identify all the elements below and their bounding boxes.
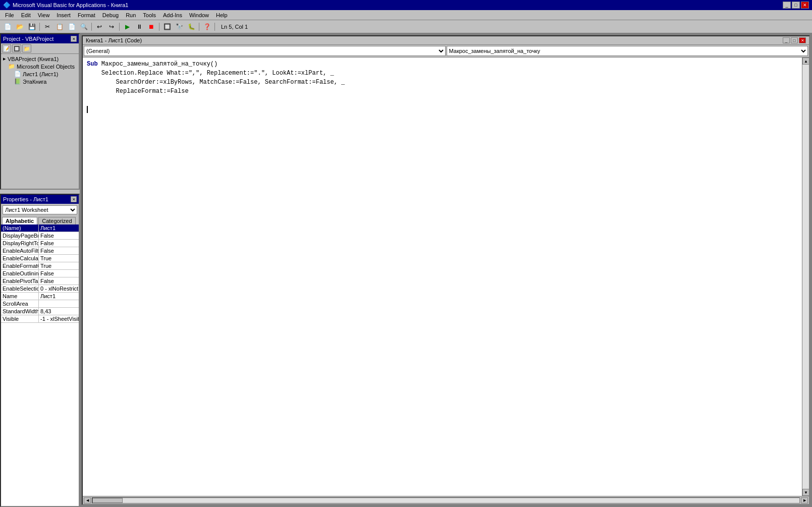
scroll-left-btn[interactable]: ◀ (84, 497, 91, 503)
tree-item-excel-objects[interactable]: 📁 Microsoft Excel Objects (2, 63, 78, 70)
properties-row[interactable]: ScrollArea (1, 300, 79, 308)
properties-row[interactable]: EnablePivotTableFalse (1, 277, 79, 285)
project-view-code-btn[interactable]: 📝 (2, 44, 11, 52)
toolbar-save-btn[interactable]: 💾 (26, 22, 37, 32)
toolbar-userform-btn[interactable]: 🔲 (161, 22, 173, 32)
code-editor[interactable]: Sub Макрос_замены_запятой_на_точку() Sel… (83, 58, 802, 496)
toolbar-copy-btn[interactable]: 📋 (54, 22, 65, 32)
properties-row[interactable]: (Name)Лист1 (1, 224, 79, 232)
toolbar-redo-btn[interactable]: ↪ (106, 22, 117, 32)
toolbar-open-btn[interactable]: 📂 (14, 22, 25, 32)
toolbar-cut-btn[interactable]: ✂ (42, 22, 53, 32)
properties-row[interactable]: EnableFormatConTrue (1, 262, 79, 270)
menu-window[interactable]: Window (186, 12, 212, 19)
main-layout: Project - VBAProject ✕ 📝 🔲 📁 ▸ VBAProjec… (0, 33, 812, 507)
properties-row[interactable]: NameЛист1 (1, 293, 79, 300)
tree-item-label: Лист1 (Лист1) (23, 71, 58, 77)
properties-dropdown-container: Лист1 Worksheet (3, 205, 77, 214)
property-name: (Name) (1, 224, 39, 232)
property-value: False (39, 270, 79, 277)
toolbar-run-btn[interactable]: ▶ (122, 22, 133, 32)
toolbar-help-btn[interactable]: ❓ (201, 22, 212, 32)
properties-object-dropdown[interactable]: Лист1 Worksheet (3, 205, 77, 214)
toolbar-status: Ln 5, Col 1 (221, 24, 248, 30)
menu-help[interactable]: Help (213, 12, 231, 19)
menu-debug[interactable]: Debug (99, 12, 122, 19)
menu-file[interactable]: File (2, 12, 17, 19)
properties-panel-title: Properties - Лист1 (3, 196, 48, 202)
properties-grid: (Name)Лист1DisplayPageBreakFalseDisplayR… (1, 224, 79, 506)
toolbar-stop-btn[interactable]: ⏹ (146, 22, 157, 32)
project-panel-close[interactable]: ✕ (71, 36, 77, 42)
toolbar-sep1 (39, 23, 40, 31)
tree-item-vbaproject[interactable]: ▸ VBAProject (Книга1) (2, 55, 78, 63)
toolbar-undo-btn[interactable]: ↩ (94, 22, 105, 32)
tree-item-list1[interactable]: 📄 Лист1 (Лист1) (2, 70, 78, 78)
menu-format[interactable]: Format (75, 12, 98, 19)
tree-expand-icon: ▸ (3, 55, 6, 62)
title-bar: 🔷 Microsoft Visual Basic for Application… (0, 0, 812, 10)
maximize-button[interactable]: □ (792, 2, 800, 9)
properties-row[interactable]: DisplayRightToLefFalse (1, 240, 79, 247)
toolbar-sep3 (119, 23, 120, 31)
left-panel: Project - VBAProject ✕ 📝 🔲 📁 ▸ VBAProjec… (0, 33, 80, 507)
code-horizontal-scrollbar[interactable] (92, 497, 800, 503)
property-value: False (39, 247, 79, 254)
code-object-dropdown[interactable]: (General) (84, 46, 446, 56)
project-panel-toolbar: 📝 🔲 📁 (1, 43, 79, 54)
tab-alphabetic[interactable]: Alphabetic (2, 217, 37, 224)
code-panel-maximize-btn[interactable]: □ (791, 37, 798, 43)
minimize-button[interactable]: _ (783, 2, 791, 9)
scroll-up-btn[interactable]: ▲ (802, 58, 809, 65)
properties-row[interactable]: EnableOutliningFalse (1, 270, 79, 277)
property-value: False (39, 232, 79, 239)
code-proc-dropdown[interactable]: Макрос_замены_запятой_на_точку (447, 46, 808, 56)
scroll-right-btn[interactable]: ▶ (801, 497, 808, 503)
menu-view[interactable]: View (35, 12, 53, 19)
code-bottom-bar: ◀ ▶ (83, 496, 809, 504)
property-name: EnableCalculation (1, 255, 39, 262)
property-value: True (39, 262, 79, 269)
tree-item-etakniga[interactable]: 📗 ЭтаКнига (2, 78, 78, 85)
code-panel: Книга1 - Лист1 (Code) _ □ ✕ (General) Ма… (82, 35, 810, 505)
tab-categorized[interactable]: Categorized (38, 217, 75, 224)
code-panel-close-btn[interactable]: ✕ (799, 37, 806, 43)
toolbar-objectbrowser-btn[interactable]: 🔭 (174, 22, 185, 32)
menu-insert[interactable]: Insert (53, 12, 74, 19)
toolbar-find-btn[interactable]: 🔍 (78, 22, 89, 32)
menu-run[interactable]: Run (123, 12, 139, 19)
close-button[interactable]: ✕ (801, 2, 809, 9)
toolbar-new-btn[interactable]: 📄 (2, 22, 13, 32)
scroll-down-btn[interactable]: ▼ (802, 489, 809, 496)
code-dropdowns: (General) Макрос_замены_запятой_на_точку (83, 45, 809, 58)
property-value: True (39, 255, 79, 262)
properties-row[interactable]: StandardWidth8,43 (1, 308, 79, 315)
scroll-track[interactable] (802, 65, 809, 489)
project-toggle-folders-btn[interactable]: 📁 (22, 44, 31, 52)
properties-row[interactable]: EnableAutoFilterFalse (1, 247, 79, 255)
code-panel-minimize-btn[interactable]: _ (783, 37, 790, 43)
property-value: 0 - xlNoRestrict (39, 285, 79, 292)
properties-row[interactable]: DisplayPageBreakFalse (1, 232, 79, 240)
toolbar-paste-btn[interactable]: 📄 (66, 22, 77, 32)
properties-row[interactable]: EnableCalculationTrue (1, 255, 79, 262)
menu-tools[interactable]: Tools (140, 12, 159, 19)
property-name: Visible (1, 315, 39, 322)
properties-panel-close[interactable]: ✕ (71, 196, 77, 202)
toolbar-sep6 (214, 23, 215, 31)
toolbar-pause-btn[interactable]: ⏸ (134, 22, 145, 32)
panel-resizer[interactable] (0, 190, 80, 192)
properties-row[interactable]: Visible-1 - xlSheetVisib (1, 315, 79, 323)
menu-addins[interactable]: Add-Ins (160, 12, 185, 19)
toolbar-sep5 (199, 23, 199, 31)
menu-edit[interactable]: Edit (18, 12, 34, 19)
toolbar: 📄 📂 💾 ✂ 📋 📄 🔍 ↩ ↪ ▶ ⏸ ⏹ 🔲 🔭 🐛 ❓ Ln 5, Co… (0, 20, 812, 33)
tree-book-icon: 📗 (14, 78, 21, 85)
properties-row[interactable]: EnableSelection0 - xlNoRestrict (1, 285, 79, 293)
property-value: False (39, 277, 79, 285)
property-value: -1 - xlSheetVisib (39, 315, 79, 322)
code-area: Sub Макрос_замены_запятой_на_точку() Sel… (83, 58, 809, 496)
project-view-obj-btn[interactable]: 🔲 (12, 44, 21, 52)
title-bar-buttons: _ □ ✕ (783, 2, 809, 9)
toolbar-debug-btn[interactable]: 🐛 (186, 22, 197, 32)
